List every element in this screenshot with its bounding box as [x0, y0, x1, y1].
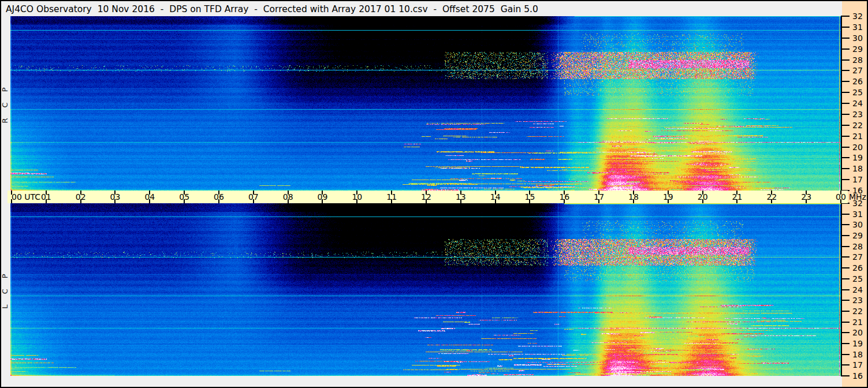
time-tick-label: 13	[452, 192, 470, 202]
freq-tick-label: 18	[849, 164, 866, 173]
freq-tick-label: 30	[849, 33, 866, 43]
time-tick-label: 17	[590, 192, 608, 202]
freq-tick-label: 28	[849, 55, 866, 65]
freq-tick	[841, 48, 850, 50]
freq-tick-label: 22	[849, 121, 866, 130]
freq-tick	[841, 114, 850, 115]
time-tick-label: 08	[280, 192, 297, 202]
time-tick-label: 07	[245, 192, 262, 202]
time-tick-label: 11	[383, 192, 400, 202]
time-tick-label: 00 UTC	[12, 192, 40, 202]
freq-tick	[841, 224, 850, 225]
freq-tick-label: 26	[849, 77, 866, 86]
freq-tick	[841, 289, 850, 290]
lcp-polarization-label: L C P	[0, 255, 10, 324]
freq-tick-label: 18	[849, 350, 866, 359]
time-tick-label: 06	[210, 192, 228, 202]
freq-tick	[841, 300, 850, 301]
freq-tick-label: 31	[849, 210, 866, 219]
lcp-spectrogram-canvas	[10, 203, 841, 376]
time-tick-label: 19	[660, 192, 677, 202]
freq-tick	[841, 214, 850, 215]
time-tick-label: 02	[72, 192, 90, 202]
freq-tick	[841, 364, 850, 365]
freq-tick	[841, 168, 850, 169]
freq-tick-label: 23	[849, 296, 866, 305]
freq-tick-label: 19	[849, 339, 866, 348]
freq-tick	[841, 70, 850, 71]
time-tick-label: 14	[487, 192, 504, 202]
freq-tick	[841, 59, 850, 61]
freq-tick	[841, 278, 850, 279]
freq-tick-label: 25	[849, 88, 866, 97]
freq-tick	[841, 256, 850, 258]
time-tick-label: 03	[106, 192, 124, 202]
time-tick-label: 16	[556, 192, 573, 202]
freq-tick	[841, 103, 850, 104]
freq-tick-label: 21	[849, 132, 866, 141]
time-tick-label: 20	[694, 192, 711, 202]
time-tick-label: 23	[798, 192, 815, 202]
time-tick-label: 21	[728, 192, 746, 202]
freq-tick-label: 30	[849, 220, 866, 229]
freq-tick	[841, 246, 850, 247]
freq-tick-label: 20	[849, 328, 866, 337]
freq-tick-label: 27	[849, 66, 866, 75]
mhz-unit-label: MHz	[849, 192, 866, 202]
freq-tick-label: 25	[849, 274, 866, 283]
freq-tick-label: 17	[849, 175, 866, 184]
freq-tick	[841, 125, 850, 126]
freq-tick	[841, 375, 850, 376]
page-title: AJ4CO Observatory 10 Nov 2016 - DPS on T…	[6, 4, 538, 14]
time-tick-label: 22	[763, 192, 780, 202]
time-tick-label: 10	[348, 192, 366, 202]
freq-tick-label: 20	[849, 143, 866, 152]
freq-tick-label: 17	[849, 360, 866, 370]
freq-tick	[841, 16, 850, 17]
rcp-spectrogram-canvas	[10, 16, 841, 191]
time-tick-label: 09	[314, 192, 331, 202]
time-tick-label: 18	[625, 192, 642, 202]
freq-tick	[841, 38, 850, 39]
freq-tick-label: 31	[849, 23, 866, 32]
freq-tick-label: 19	[849, 153, 866, 162]
freq-tick	[841, 179, 850, 180]
freq-tick	[841, 322, 850, 323]
freq-tick	[841, 267, 850, 268]
time-tick-label: 12	[418, 192, 435, 202]
freq-tick-label: 32	[849, 12, 866, 21]
time-tick-label: 00	[832, 192, 850, 202]
freq-tick	[841, 343, 850, 344]
freq-tick	[841, 92, 850, 93]
freq-tick	[841, 332, 850, 333]
freq-tick-label: 27	[849, 252, 866, 262]
freq-tick-label: 28	[849, 242, 866, 251]
rcp-polarization-label: R C P	[0, 69, 10, 138]
freq-tick	[841, 147, 850, 148]
freq-tick	[841, 27, 850, 28]
freq-tick-label: 24	[849, 285, 866, 294]
time-tick-label: 04	[141, 192, 158, 202]
freq-tick-label: 16	[849, 371, 866, 380]
freq-tick	[841, 311, 850, 312]
freq-tick-label: 21	[849, 318, 866, 327]
time-tick-label: 01	[38, 192, 55, 202]
freq-tick	[841, 235, 850, 236]
freq-tick-label: 22	[849, 307, 866, 316]
freq-tick-label: 29	[849, 44, 866, 54]
freq-tick-label: 29	[849, 231, 866, 240]
time-tick-label: 05	[176, 192, 193, 202]
freq-tick-label: 24	[849, 99, 866, 108]
app-window: AJ4CO Observatory 10 Nov 2016 - DPS on T…	[0, 0, 868, 388]
freq-tick	[841, 354, 850, 355]
freq-tick-label: 26	[849, 263, 866, 273]
freq-tick	[841, 81, 850, 82]
freq-tick	[841, 136, 850, 137]
title-bar: AJ4CO Observatory 10 Nov 2016 - DPS on T…	[6, 2, 538, 16]
freq-tick	[841, 157, 850, 158]
time-tick-label: 15	[521, 192, 538, 202]
time-axis: 00 UTC0102030405060708091011121314151617…	[8, 191, 848, 203]
freq-tick-label: 23	[849, 110, 866, 119]
